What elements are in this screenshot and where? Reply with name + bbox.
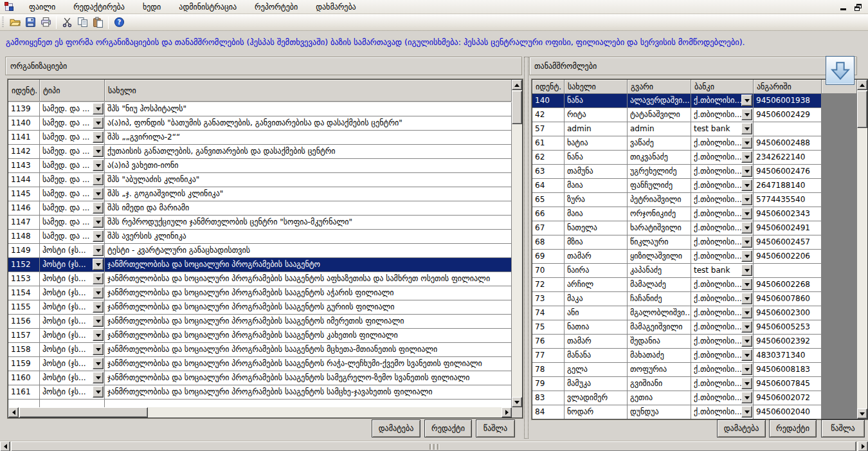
column-header-name[interactable]: სახელი xyxy=(105,80,512,102)
scroll-right-button[interactable] xyxy=(502,407,512,418)
cell-dropdown-button[interactable] xyxy=(93,287,104,299)
emp-table-row[interactable]: 77მანანამახათაძექ.თბილისი...4830371340 xyxy=(532,349,857,363)
cell-dropdown-button[interactable] xyxy=(741,236,752,248)
organizations-vertical-scrollbar[interactable] xyxy=(512,80,522,407)
menu-view[interactable]: ხედი xyxy=(134,1,170,14)
cell-dropdown-button[interactable] xyxy=(741,222,752,234)
emp-table-row[interactable]: 140ნანაალავერდაშვი...ქ.თბილისი...9450600… xyxy=(532,94,857,108)
cell-dropdown-button[interactable] xyxy=(93,216,104,228)
emp-table-row[interactable]: 61ხატიავაწაძექ.თბილისი...94506002488 xyxy=(532,136,857,151)
cell-dropdown-button[interactable] xyxy=(741,321,752,333)
column-header-id[interactable]: იდენტ. xyxy=(532,80,565,94)
cell-dropdown-button[interactable] xyxy=(741,279,752,290)
scroll-left-button[interactable] xyxy=(0,441,10,451)
window-horizontal-scrollbar[interactable] xyxy=(0,441,868,451)
scroll-down-button[interactable] xyxy=(857,409,867,419)
org-table-row[interactable]: 1148სამედ. და ...შპს ავერსის კლინიკა xyxy=(8,230,512,244)
panel-splitter[interactable] xyxy=(524,57,529,439)
org-table-row[interactable]: 1152ჰოსტი (ჯს...ჯანმრთელობისა და სოციალუ… xyxy=(8,258,512,272)
cell-dropdown-button[interactable] xyxy=(93,329,104,341)
cell-dropdown-button[interactable] xyxy=(741,335,752,347)
cell-dropdown-button[interactable] xyxy=(741,109,752,120)
org-table-row[interactable]: 1156ჰოსტი (ჯს...ჯანმრთელობისა და სოციალუ… xyxy=(8,315,512,329)
emp-delete-button[interactable]: წაშლა xyxy=(821,419,865,437)
org-table-row[interactable]: 1145სამედ. და ...შპს „ჯ. გოგიაშვილის კლი… xyxy=(8,187,512,201)
emp-table-row[interactable]: 65ზურაპეტრიაშვილიქ.თბილისი...5774435540 xyxy=(532,193,857,207)
cell-dropdown-button[interactable] xyxy=(741,123,752,134)
cell-dropdown-button[interactable] xyxy=(741,165,752,177)
column-header-id[interactable]: იდენტ. xyxy=(8,80,40,102)
help-button[interactable]: ? xyxy=(111,15,127,30)
scroll-left-button[interactable] xyxy=(8,407,19,418)
cell-dropdown-button[interactable] xyxy=(741,151,752,163)
cell-dropdown-button[interactable] xyxy=(741,307,752,318)
cell-dropdown-button[interactable] xyxy=(741,364,752,375)
org-table-row[interactable]: 1146სამედ. და ...შპს იმედი და მარიამი xyxy=(8,201,512,216)
cell-dropdown-button[interactable] xyxy=(93,358,104,369)
org-table-row[interactable] xyxy=(8,400,512,407)
cell-dropdown-button[interactable] xyxy=(741,378,752,389)
scrollbar-thumb[interactable] xyxy=(19,407,148,418)
cell-dropdown-button[interactable] xyxy=(741,406,752,418)
org-table-row[interactable]: 1139სამედ. და ...შპს "ნიუ ჰოსპიტალს" xyxy=(8,102,512,116)
emp-table-row[interactable]: 79მამუკაგვიშიანიქ.თბილისი...94506007845 xyxy=(532,377,857,391)
emp-table-row[interactable]: 62ნანათიკვანაძექ.თბილისი...2342622140 xyxy=(532,151,857,165)
org-table-row[interactable]: 1142სამედ. და ...ქუთაისის განათლების, გა… xyxy=(8,145,512,159)
employees-vertical-scrollbar[interactable] xyxy=(857,80,867,419)
emp-table-row[interactable]: 83ვლადიმერგეთიაქ.თბილისი...94506002072 xyxy=(532,391,857,405)
cell-dropdown-button[interactable] xyxy=(93,188,104,199)
minimize-button[interactable] xyxy=(837,2,849,12)
scrollbar-thumb[interactable] xyxy=(11,441,856,451)
scroll-up-button[interactable] xyxy=(512,80,522,90)
cell-dropdown-button[interactable] xyxy=(93,301,104,313)
emp-table-row[interactable]: 75ნათიამამაგეიშვილიქ.თბილისი...945060052… xyxy=(532,320,857,335)
cell-dropdown-button[interactable] xyxy=(93,372,104,383)
cell-dropdown-button[interactable] xyxy=(741,179,752,191)
print-button[interactable] xyxy=(38,15,53,30)
emp-table-row[interactable]: 74ანიმგალობლიშვი...ქ.თბილისი...945060023… xyxy=(532,306,857,320)
emp-table-row[interactable]: 84ნოდარდუნდუაქ.თბილისი...94506002040 xyxy=(532,405,857,419)
scroll-right-button[interactable] xyxy=(858,441,868,451)
menu-file[interactable]: ფაილი xyxy=(20,1,64,14)
emp-table-row[interactable]: 72არჩილმამალაძექ.თბილისი...94506002268 xyxy=(532,278,857,292)
cell-dropdown-button[interactable] xyxy=(93,244,104,256)
org-table-row[interactable]: 1140სამედ. და ...ა(ა)იპ, ფონდის "ბათუმის… xyxy=(8,116,512,131)
toolbar-grip[interactable] xyxy=(2,17,4,28)
org-add-button[interactable]: დამატება xyxy=(372,419,420,437)
emp-table-row[interactable]: 69თამარყიზილაშვილიქ.თბილისი...9450600220… xyxy=(532,250,857,264)
cell-dropdown-button[interactable] xyxy=(741,293,752,304)
cell-dropdown-button[interactable] xyxy=(93,160,104,171)
column-header-type[interactable]: ტიპი xyxy=(40,80,105,102)
cell-dropdown-button[interactable] xyxy=(93,174,104,185)
menu-help[interactable]: დახმარება xyxy=(307,1,365,14)
menu-administration[interactable]: ადმინისტრაცია xyxy=(170,1,246,14)
org-table-row[interactable]: 1153ჰოსტი (ჯს...ჯანმრთელობისა და სოციალუ… xyxy=(8,272,512,286)
column-header-account[interactable]: ანგარიში xyxy=(754,80,822,94)
cell-dropdown-button[interactable] xyxy=(93,344,104,355)
organizations-horizontal-scrollbar[interactable] xyxy=(8,407,512,418)
cell-dropdown-button[interactable] xyxy=(93,230,104,242)
org-table-row[interactable]: 1158ჰოსტი (ჯს...ჯანმრთელობისა და სოციალუ… xyxy=(8,343,512,357)
menu-edit[interactable]: რედაქტირება xyxy=(64,1,134,14)
menu-reports[interactable]: რეპორტები xyxy=(246,1,307,14)
cell-dropdown-button[interactable] xyxy=(93,117,104,129)
org-table-row[interactable]: 1159ჰოსტი (ჯს...ჯანმრთელობისა და სოციალუ… xyxy=(8,357,512,371)
emp-table-row[interactable]: 66მაიაორჯონიკიძექ.თბილისი...94506002343 xyxy=(532,207,857,221)
emp-table-row[interactable]: 68მზიაწიკლაურიქ.თბილისი...94506002457 xyxy=(532,235,857,250)
cut-button[interactable] xyxy=(59,15,75,30)
org-table-row[interactable]: 1154ჰოსტი (ჯს...ჯანმრთელობისა და სოციალუ… xyxy=(8,286,512,300)
scrollbar-thumb[interactable] xyxy=(512,91,522,124)
copy-button[interactable] xyxy=(75,15,90,30)
cell-dropdown-button[interactable] xyxy=(93,103,104,115)
paste-button[interactable] xyxy=(90,15,105,30)
cell-dropdown-button[interactable] xyxy=(741,95,752,106)
scrollbar-grip[interactable] xyxy=(429,444,440,450)
emp-table-row[interactable]: 73მაკაჩაჩანიძექ.თბილისი...94506007860 xyxy=(532,292,857,306)
emp-table-row[interactable]: 42რიტატატანაშვილიქ.თბილისი...94506002429 xyxy=(532,108,857,122)
org-table-row[interactable]: 1157ჰოსტი (ჯს...ჯანმრთელობისა და სოციალუ… xyxy=(8,329,512,343)
org-table-row[interactable]: 1155ჰოსტი (ჯს...ჯანმრთელობისა და სოციალუ… xyxy=(8,300,512,315)
org-table-row[interactable]: 1160ჰოსტი (ჯს...ჯანმრთელობისა და სოციალუ… xyxy=(8,371,512,385)
org-table-row[interactable]: 1161ჰოსტი (ჯს...ჯანმრთელობისა და სოციალუ… xyxy=(8,385,512,400)
scrollbar-thumb[interactable] xyxy=(857,91,867,128)
restore-button[interactable] xyxy=(853,2,864,12)
